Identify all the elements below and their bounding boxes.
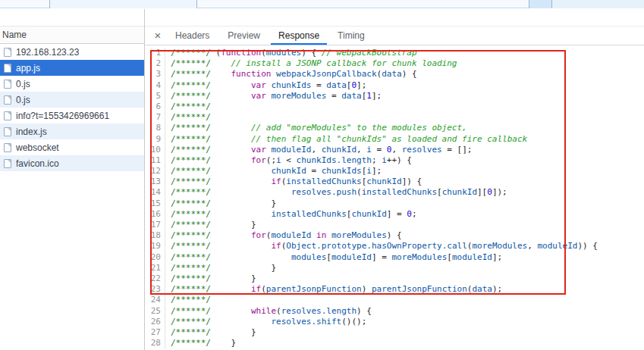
line-number[interactable]: 14 bbox=[145, 187, 165, 198]
line-number[interactable]: 13 bbox=[145, 177, 165, 187]
network-request-row[interactable]: app.js bbox=[0, 60, 144, 76]
code-line[interactable]: 2/******/ // install a JSONP callback fo… bbox=[145, 58, 644, 69]
network-request-row[interactable]: favicon.ico bbox=[0, 155, 144, 171]
tab-preview[interactable]: Preview bbox=[220, 27, 268, 45]
code-text: /******/ function webpackJsonpCallback(d… bbox=[171, 69, 417, 80]
code-text: /******/ } bbox=[171, 273, 256, 284]
code-line[interactable]: 15/******/ } bbox=[145, 198, 644, 209]
code-text: /******/ bbox=[171, 112, 211, 123]
code-line[interactable]: 27/******/ } bbox=[145, 327, 644, 338]
code-line[interactable]: 24/******/ bbox=[145, 295, 644, 305]
code-line[interactable]: 1/******/ (function(modules) { // webpac… bbox=[145, 48, 644, 58]
line-number[interactable]: 9 bbox=[145, 134, 165, 145]
line-number[interactable]: 10 bbox=[145, 145, 165, 155]
line-number[interactable]: 28 bbox=[145, 338, 165, 348]
request-label: index.js bbox=[16, 127, 47, 137]
line-number[interactable]: 18 bbox=[145, 230, 165, 241]
browser-tab-segment bbox=[529, 0, 551, 8]
code-line[interactable]: 19/******/ if(Object.prototype.hasOwnPro… bbox=[145, 241, 644, 252]
code-line[interactable]: 23/******/ if(parentJsonpFunction) paren… bbox=[145, 284, 644, 295]
line-number[interactable]: 27 bbox=[145, 327, 165, 338]
line-number[interactable]: 21 bbox=[145, 263, 165, 273]
code-line[interactable]: 8/******/ // add "moreModules" to the mo… bbox=[145, 123, 644, 133]
line-number[interactable]: 2 bbox=[145, 58, 165, 69]
code-line[interactable]: 22/******/ } bbox=[145, 273, 644, 284]
network-request-row[interactable]: 0.js bbox=[0, 76, 144, 92]
code-text: /******/ resolves.shift()(); bbox=[171, 317, 366, 327]
code-text: /******/ var moreModules = data[1]; bbox=[171, 91, 382, 102]
line-number[interactable]: 12 bbox=[145, 166, 165, 177]
code-line[interactable]: 13/******/ if(installedChunks[chunkId]) … bbox=[145, 177, 644, 187]
line-number[interactable]: 7 bbox=[145, 112, 165, 123]
network-panel: Name 192.168.123.23app.js0.js0.jsinfo?t=… bbox=[0, 9, 145, 350]
code-text: /******/ // then flag all "chunkIds" as … bbox=[171, 134, 527, 145]
code-text: /******/ } bbox=[171, 327, 256, 338]
code-line[interactable]: 10/******/ var moduleId, chunkId, i = 0,… bbox=[145, 145, 644, 155]
browser-tab-divider bbox=[196, 0, 197, 8]
code-line[interactable]: 14/******/ resolves.push(installedChunks… bbox=[145, 187, 644, 198]
code-line[interactable]: 4/******/ var chunkIds = data[0]; bbox=[145, 80, 644, 91]
code-line[interactable]: 12/******/ chunkId = chunkIds[i]; bbox=[145, 166, 644, 177]
code-text: /******/ (function(modules) { // webpack… bbox=[171, 48, 417, 58]
code-line[interactable]: 7/******/ bbox=[145, 112, 644, 123]
line-number[interactable]: 26 bbox=[145, 317, 165, 327]
code-line[interactable]: 26/******/ resolves.shift()(); bbox=[145, 317, 644, 327]
request-label: websocket bbox=[16, 142, 59, 153]
request-label: 0.js bbox=[16, 79, 30, 89]
code-line[interactable]: 21/******/ } bbox=[145, 263, 644, 273]
code-text: /******/ for(moduleId in moreModules) { bbox=[171, 230, 402, 241]
code-line[interactable]: 18/******/ for(moduleId in moreModules) … bbox=[145, 230, 644, 241]
line-number[interactable]: 1 bbox=[145, 48, 165, 58]
network-request-row[interactable]: index.js bbox=[0, 123, 144, 139]
code-text: /******/ } bbox=[171, 263, 276, 273]
line-number[interactable]: 5 bbox=[145, 91, 165, 102]
network-request-row[interactable]: websocket bbox=[0, 139, 144, 155]
network-name-column-header[interactable]: Name bbox=[0, 26, 144, 44]
code-line[interactable]: 5/******/ var moreModules = data[1]; bbox=[145, 91, 644, 102]
code-text: /******/ if(parentJsonpFunction) parentJ… bbox=[171, 284, 502, 295]
line-number[interactable]: 20 bbox=[145, 252, 165, 263]
code-line[interactable]: 16/******/ installedChunks[chunkId] = 0; bbox=[145, 209, 644, 220]
code-text: /******/ chunkId = chunkIds[i]; bbox=[171, 166, 382, 177]
network-request-row[interactable]: 192.168.123.23 bbox=[0, 44, 144, 60]
close-icon[interactable]: × bbox=[149, 27, 166, 44]
tab-headers[interactable]: Headers bbox=[168, 27, 217, 45]
code-line[interactable]: 6/******/ bbox=[145, 102, 644, 112]
line-number[interactable]: 11 bbox=[145, 155, 165, 166]
code-line[interactable]: 17/******/ } bbox=[145, 220, 644, 230]
code-text: /******/ bbox=[171, 295, 211, 305]
code-text: /******/ } bbox=[171, 220, 256, 230]
response-code-area[interactable]: 1/******/ (function(modules) { // webpac… bbox=[145, 45, 644, 350]
code-text: /******/ } bbox=[171, 198, 276, 209]
line-number[interactable]: 3 bbox=[145, 69, 165, 80]
line-number[interactable]: 25 bbox=[145, 306, 165, 317]
browser-tab-divider bbox=[49, 0, 50, 8]
network-request-row[interactable]: info?t=1553426969661 bbox=[0, 108, 144, 123]
code-text: /******/ for(;i < chunkIds.length; i++) … bbox=[171, 155, 412, 166]
line-number[interactable]: 23 bbox=[145, 284, 165, 295]
file-icon bbox=[4, 111, 11, 120]
line-number[interactable]: 4 bbox=[145, 80, 165, 91]
line-number[interactable]: 8 bbox=[145, 123, 165, 133]
tab-response[interactable]: Response bbox=[271, 27, 327, 45]
code-line[interactable]: 20/******/ modules[moduleId] = moreModul… bbox=[145, 252, 644, 263]
code-line[interactable]: 11/******/ for(;i < chunkIds.length; i++… bbox=[145, 155, 644, 166]
browser-tab-divider bbox=[529, 0, 529, 8]
code-line[interactable]: 9/******/ // then flag all "chunkIds" as… bbox=[145, 134, 644, 145]
line-number[interactable]: 22 bbox=[145, 273, 165, 284]
line-number[interactable]: 24 bbox=[145, 295, 165, 305]
network-request-row[interactable]: 0.js bbox=[0, 92, 144, 108]
code-text: /******/ bbox=[171, 102, 211, 112]
line-number[interactable]: 19 bbox=[145, 241, 165, 252]
line-number[interactable]: 15 bbox=[145, 198, 165, 209]
line-number[interactable]: 17 bbox=[145, 220, 165, 230]
tab-timing[interactable]: Timing bbox=[330, 27, 372, 45]
code-line[interactable]: 3/******/ function webpackJsonpCallback(… bbox=[145, 69, 644, 80]
line-number[interactable]: 6 bbox=[145, 102, 165, 112]
code-text: /******/ var moduleId, chunkId, i = 0, r… bbox=[171, 145, 472, 155]
code-line[interactable]: 28/******/ } bbox=[145, 338, 644, 348]
request-label: favicon.ico bbox=[16, 158, 59, 169]
line-number[interactable]: 16 bbox=[145, 209, 165, 220]
code-line[interactable]: 25/******/ while(resolves.length) { bbox=[145, 306, 644, 317]
code-text: /******/ if(installedChunks[chunkId]) { bbox=[171, 177, 422, 187]
